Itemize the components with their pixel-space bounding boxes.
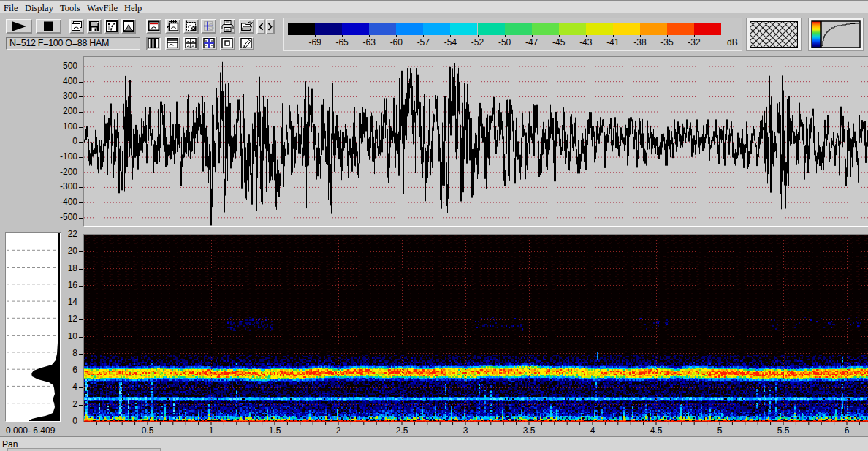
svg-text:S: S <box>208 22 214 32</box>
